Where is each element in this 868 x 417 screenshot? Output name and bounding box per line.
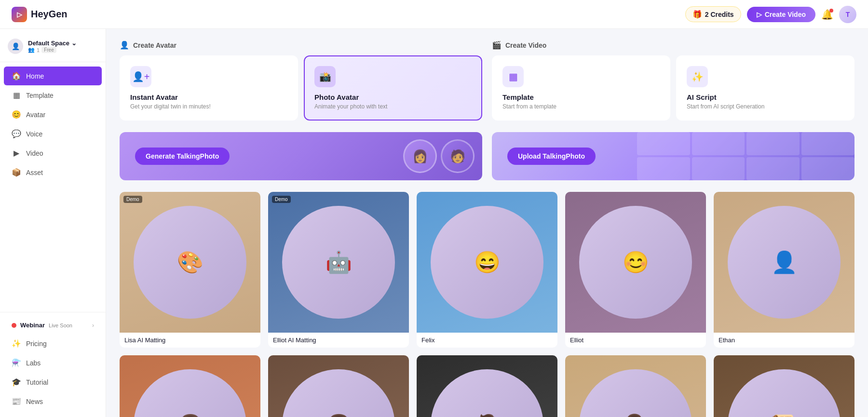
- avatar-face: 📜: [728, 369, 841, 417]
- upload-talkingphoto-button[interactable]: Upload TalkingPhoto: [507, 148, 596, 165]
- avatar-image: 👤: [714, 192, 854, 333]
- avatar-face: 👩: [134, 369, 246, 417]
- user-initial: T: [846, 11, 850, 18]
- topnav: ▷ HeyGen 🎁 2 Credits ▷ Create Video 🔔 T: [0, 0, 868, 29]
- avatar-icon: 😊: [12, 110, 21, 119]
- credits-label: 2 Credits: [705, 11, 734, 18]
- grid-cell-4: [801, 132, 854, 155]
- template-icon: ▦: [12, 91, 21, 100]
- sidebar-item-labs[interactable]: ⚗️ Labs: [4, 353, 102, 372]
- workspace-icon: 👤: [8, 39, 23, 54]
- chevron-right-icon: ›: [92, 322, 94, 329]
- banner-avatar-2: 🧑: [441, 139, 475, 173]
- instant-avatar-icon: 👤+: [130, 66, 151, 87]
- template-card-title: Template: [502, 93, 660, 101]
- avatar-cards-row: 👤+ Instant Avatar Get your digital twin …: [120, 55, 482, 121]
- template-card[interactable]: ▦ Template Start from a template: [492, 55, 670, 121]
- webinar-item[interactable]: Webinar Live Soon ›: [4, 317, 102, 334]
- avatar-card[interactable]: Demo 🎨 Lisa AI Matting: [120, 192, 260, 348]
- avatar-card[interactable]: 👦 Liam: [268, 355, 409, 417]
- avatar-face: 🤖: [282, 206, 395, 319]
- upload-talkingphoto-label: Upload TalkingPhoto: [518, 152, 585, 160]
- grid-cell-6: [692, 157, 745, 180]
- instant-avatar-desc: Get your digital twin in minutes!: [130, 103, 287, 110]
- notification-dot: [829, 9, 833, 13]
- workspace-info: Default Space ⌄ 👥 1 Free: [28, 40, 98, 53]
- sidebar-item-template[interactable]: ▦ Template: [4, 86, 102, 105]
- avatar-name: Ethan: [714, 333, 854, 348]
- avatar-card[interactable]: 😄 Felix: [417, 192, 557, 348]
- sidebar-item-voice-label: Voice: [26, 130, 42, 138]
- ai-script-title: AI Script: [687, 93, 844, 101]
- user-avatar-button[interactable]: T: [839, 6, 856, 23]
- avatar-face: 🎨: [134, 206, 246, 319]
- avatar-card[interactable]: 👩 Olivia: [120, 355, 260, 417]
- avatar-image: 📜: [714, 355, 854, 417]
- sidebar-item-labs-label: Labs: [26, 359, 41, 367]
- ai-script-card[interactable]: ✨ AI Script Start from AI script Generat…: [676, 55, 854, 121]
- avatar-face: 👦: [282, 369, 395, 417]
- voice-icon: 💬: [12, 129, 21, 138]
- avatar-image: 👦: [268, 355, 409, 417]
- photo-avatar-icon: 📸: [314, 66, 336, 87]
- sidebar-item-voice[interactable]: 💬 Voice: [4, 124, 102, 143]
- avatar-card[interactable]: 📜 Shakespeare: [714, 355, 854, 417]
- create-video-label: Create Video: [765, 11, 806, 18]
- banner-grid: [637, 132, 854, 180]
- instant-avatar-title: Instant Avatar: [130, 93, 287, 101]
- topnav-right: 🎁 2 Credits ▷ Create Video 🔔 T: [685, 6, 856, 23]
- sidebar-item-pricing[interactable]: ✨ Pricing: [4, 334, 102, 353]
- sidebar-item-tutorial[interactable]: 🎓 Tutorial: [4, 373, 102, 391]
- webinar-status: Live Soon: [49, 323, 72, 328]
- grid-cell-2: [692, 132, 745, 155]
- sidebar-item-avatar[interactable]: 😊 Avatar: [4, 105, 102, 124]
- avatar-card[interactable]: 👤 Ethan: [714, 192, 854, 348]
- avatar-card[interactable]: 😊 Elliot: [565, 192, 706, 348]
- avatar-image: 😄: [417, 192, 557, 333]
- sidebar-item-home[interactable]: 🏠 Home: [4, 67, 102, 85]
- avatar-grid-section: Demo 🎨 Lisa AI Matting Demo 🤖 Elliot AI …: [120, 192, 854, 417]
- avatar-image: 👩‍🎨: [565, 355, 706, 417]
- pricing-icon: ✨: [12, 339, 21, 348]
- grid-cell-5: [637, 157, 690, 180]
- workspace-chevron: ⌄: [71, 40, 77, 47]
- create-avatar-label: Create Avatar: [133, 41, 176, 49]
- upload-talkingphoto-banner[interactable]: Upload TalkingPhoto: [492, 132, 854, 180]
- sidebar-item-asset[interactable]: 📦 Asset: [4, 163, 102, 182]
- workspace-selector[interactable]: 👤 Default Space ⌄ 👥 1 Free: [0, 35, 106, 62]
- generate-talkingphoto-button[interactable]: Generate TalkingPhoto: [135, 148, 230, 165]
- notification-button[interactable]: 🔔: [821, 9, 833, 20]
- sidebar-item-video[interactable]: ▶ Video: [4, 144, 102, 162]
- grid-cell-7: [746, 157, 800, 180]
- sidebar-item-avatar-label: Avatar: [26, 111, 45, 119]
- avatar-image: 😊: [565, 192, 706, 333]
- avatar-name: Felix: [417, 333, 557, 348]
- photo-avatar-card[interactable]: 📸 Photo Avatar Animate your photo with t…: [304, 55, 482, 121]
- workspace-name: Default Space ⌄: [28, 40, 98, 47]
- generate-talkingphoto-banner[interactable]: Generate TalkingPhoto 👩 🧑: [120, 132, 482, 180]
- home-icon: 🏠: [12, 71, 21, 81]
- create-video-button[interactable]: ▷ Create Video: [747, 7, 815, 22]
- avatar-name: Elliot: [565, 333, 706, 348]
- instant-avatar-card[interactable]: 👤+ Instant Avatar Get your digital twin …: [120, 55, 298, 121]
- demo-badge: Demo: [123, 196, 142, 203]
- users-icon: 👥: [28, 47, 35, 53]
- sidebar-item-news[interactable]: 📰 News: [4, 392, 102, 411]
- grid-cell-3: [746, 132, 800, 155]
- sidebar-item-asset-label: Asset: [26, 169, 43, 176]
- photo-avatar-desc: Animate your photo with text: [314, 103, 472, 110]
- banner-figures-left: 👩 🧑: [403, 132, 482, 180]
- avatar-image: Demo 🤖: [268, 192, 409, 333]
- avatar-card[interactable]: Demo 🤖 Elliot AI Matting: [268, 192, 409, 348]
- webinar-left: Webinar Live Soon: [12, 322, 72, 329]
- create-video-section-icon: 🎬: [492, 40, 502, 50]
- sidebar-nav: 🏠 Home ▦ Template 😊 Avatar 💬 Voice ▶ Vid…: [0, 66, 106, 312]
- sidebar-bottom: Webinar Live Soon › ✨ Pricing ⚗️ Labs 🎓 …: [0, 312, 106, 411]
- avatar-card[interactable]: 👩‍🎨 Lisa: [565, 355, 706, 417]
- create-sections: 👤 Create Avatar 👤+ Instant Avatar Get yo…: [120, 40, 854, 121]
- logo-icon: ▷: [12, 7, 27, 22]
- credits-button[interactable]: 🎁 2 Credits: [685, 6, 741, 22]
- logo: ▷ HeyGen: [12, 7, 68, 22]
- webinar-label: Webinar: [20, 322, 45, 329]
- avatar-card[interactable]: 🧔 Harry: [417, 355, 557, 417]
